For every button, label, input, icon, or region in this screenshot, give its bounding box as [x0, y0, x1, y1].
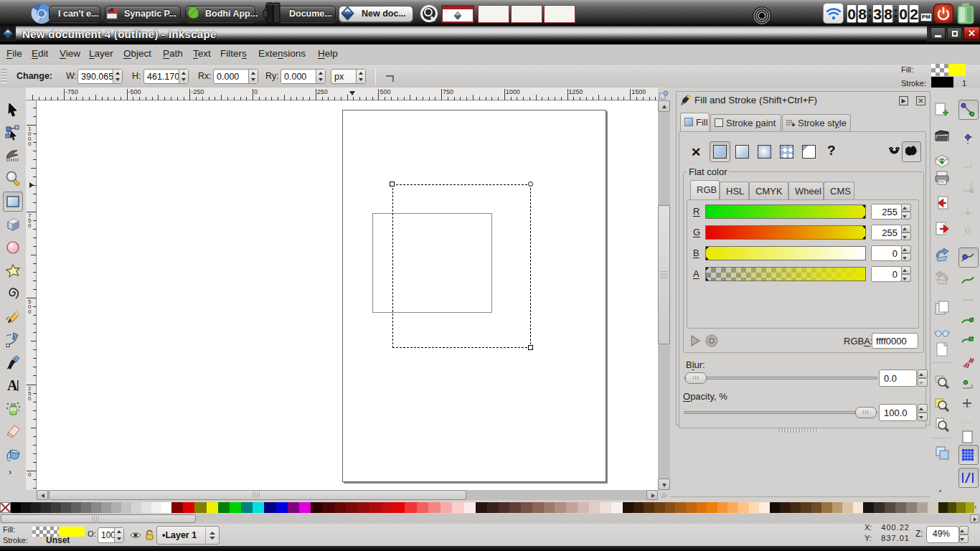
svg-text:A: A [7, 377, 18, 393]
